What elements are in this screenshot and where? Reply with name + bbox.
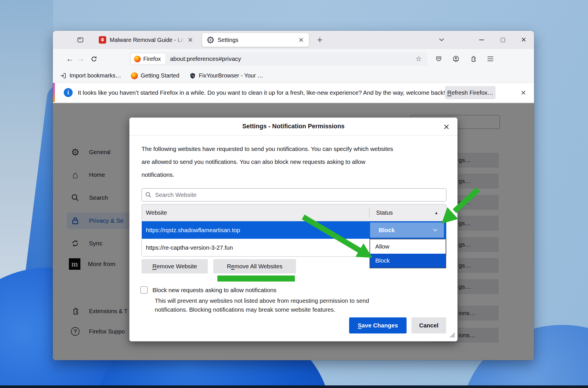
notification-message: It looks like you haven’t started Firefo… [78, 89, 445, 96]
firefox-logo-icon [131, 72, 138, 79]
dialog-intro-text: The following websites have requested to… [142, 142, 446, 181]
tab-malware-removal-guide[interactable]: Malware Removal Guide - Learn [95, 33, 198, 47]
table-row-selected[interactable]: https://rqstz.shadowflameartisan.top Blo… [142, 221, 446, 239]
account-icon[interactable] [450, 53, 462, 65]
menu-icon[interactable] [484, 53, 497, 65]
bookmark-import[interactable]: Import bookmarks… [60, 72, 121, 79]
dialog-title: Settings - Notification Permissions [129, 118, 457, 135]
chevron-down-icon [432, 227, 438, 234]
dialog-close-icon[interactable] [441, 122, 452, 132]
status-dropdown-menu: Allow Block [370, 239, 446, 268]
block-new-requests-checkbox[interactable] [140, 286, 148, 294]
info-icon [64, 88, 73, 97]
checkbox-description: This will prevent any websites not liste… [155, 296, 369, 314]
status-dropdown[interactable]: Block [370, 222, 444, 238]
window-maximize-button[interactable] [496, 34, 509, 46]
url-bar[interactable]: Firefox about:preferences#privacy ☆ [129, 52, 427, 65]
search-icon [145, 191, 152, 199]
tab-close-icon[interactable] [186, 36, 195, 44]
column-website[interactable]: Website [142, 209, 167, 216]
navigation-toolbar: ← → Firefox about:preferences#privacy ☆ [53, 49, 534, 69]
column-divider [369, 208, 370, 218]
firefox-view-icon[interactable] [74, 34, 87, 46]
bookmarks-toolbar: Import bookmarks… Getting Started FixYou… [53, 69, 534, 83]
table-header[interactable]: Website Status ▲ [142, 204, 446, 221]
tab-title: Malware Removal Guide - Learn [110, 37, 186, 43]
bookmark-fixyourbrowser[interactable]: FixYourBrowser - Your … [189, 72, 263, 79]
bookmark-star-icon[interactable]: ☆ [413, 53, 424, 65]
search-engine-chip[interactable]: Firefox [131, 53, 165, 64]
remove-all-websites-button[interactable]: Remove All Websites [213, 259, 296, 273]
new-tab-button[interactable] [314, 34, 326, 46]
notification-accent-stripe [53, 83, 55, 102]
chip-label: Firefox [143, 56, 161, 62]
sort-ascending-icon: ▲ [434, 211, 438, 215]
search-website-input[interactable] [142, 188, 446, 201]
remove-website-button[interactable]: Remove Website [142, 259, 208, 273]
refresh-firefox-button[interactable]: Refresh Firefox… [445, 86, 496, 99]
column-status[interactable]: Status [376, 209, 393, 216]
option-block[interactable]: Block [370, 254, 446, 268]
tab-close-icon[interactable] [297, 36, 305, 44]
shield-icon [189, 72, 196, 79]
resize-grip[interactable] [448, 331, 457, 340]
save-changes-button[interactable]: Save Changes [349, 317, 407, 333]
window-minimize-button[interactable] [475, 34, 488, 46]
extensions-icon[interactable] [467, 53, 479, 65]
tab-settings[interactable]: Settings [202, 33, 309, 47]
pocket-icon[interactable] [432, 53, 445, 65]
annotation-underline [217, 276, 295, 282]
bookmark-getting-started[interactable]: Getting Started [131, 72, 179, 79]
notification-close-icon[interactable] [518, 87, 529, 98]
tab-bar: Malware Removal Guide - Learn Settings [53, 31, 534, 49]
list-all-tabs-icon[interactable] [435, 34, 448, 46]
notification-permissions-dialog: Settings - Notification Permissions The … [129, 117, 458, 342]
window-close-button[interactable] [517, 34, 531, 46]
import-icon [60, 72, 67, 79]
option-allow[interactable]: Allow [370, 239, 446, 254]
back-icon[interactable]: ← [64, 53, 75, 65]
url-text: about:preferences#privacy [170, 55, 413, 62]
reload-icon[interactable] [88, 53, 99, 65]
tab-favicon [99, 36, 106, 44]
gear-icon [207, 36, 214, 44]
forward-icon[interactable]: → [75, 53, 86, 65]
checkbox-label: Block new requests asking to allow notif… [152, 286, 276, 294]
cancel-button[interactable]: Cancel [411, 317, 446, 333]
tab-title: Settings [218, 37, 297, 43]
firefox-logo-icon [134, 56, 141, 62]
refresh-notification-bar: It looks like you haven’t started Firefo… [53, 83, 534, 102]
